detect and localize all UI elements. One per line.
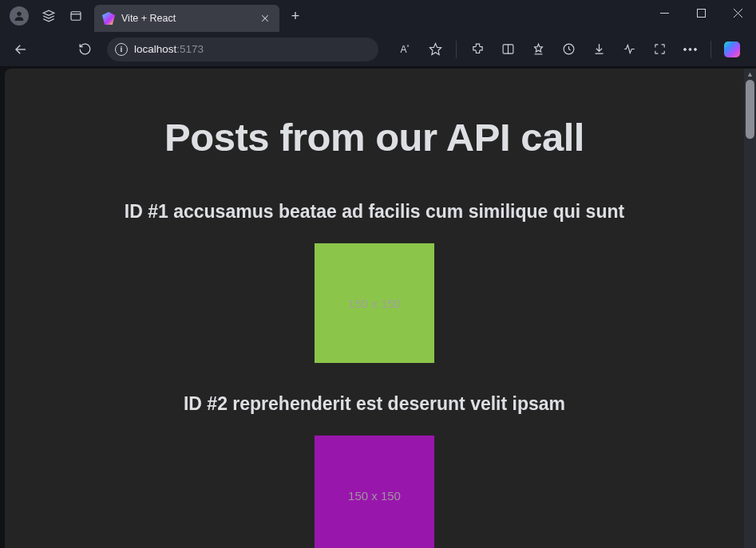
post-heading: ID #2 reprehenderit est deserunt velit i… [5, 393, 744, 415]
toolbar-divider [456, 41, 457, 58]
refresh-button[interactable] [70, 37, 99, 62]
post-heading: ID #1 accusamus beatae ad facilis cum si… [5, 201, 744, 223]
extensions-icon[interactable] [463, 37, 492, 62]
browser-toolbar: i localhost:5173 Aⁿ [0, 32, 756, 67]
tab-title: Vite + React [121, 13, 252, 24]
vertical-scrollbar[interactable]: ▲ [744, 69, 756, 548]
menu-icon[interactable] [675, 37, 704, 62]
url-port: :5173 [176, 43, 204, 55]
window-maximize-button[interactable] [683, 0, 719, 26]
favorites-bar-icon[interactable] [524, 37, 552, 62]
page-viewport: Posts from our API call ID #1 accusamus … [5, 69, 744, 548]
browser-tab[interactable]: Vite + React [94, 5, 279, 32]
back-button[interactable] [6, 37, 35, 62]
split-screen-icon[interactable] [493, 37, 522, 62]
site-info-icon[interactable]: i [115, 43, 128, 56]
downloads-icon[interactable] [584, 37, 613, 62]
profile-avatar[interactable] [10, 6, 29, 26]
scrollbar-thumb[interactable] [746, 80, 754, 139]
favorite-icon[interactable] [421, 37, 449, 62]
url-host: localhost [134, 43, 176, 55]
svg-rect-1 [71, 12, 81, 21]
copilot-icon[interactable] [718, 37, 746, 62]
svg-point-18 [683, 48, 686, 50]
read-aloud-icon[interactable]: Aⁿ [390, 37, 419, 62]
tab-actions-icon[interactable] [69, 9, 83, 23]
scroll-up-arrow[interactable]: ▲ [744, 69, 756, 80]
address-bar[interactable]: i localhost:5173 [107, 37, 378, 61]
toolbar-divider [710, 41, 711, 58]
performance-icon[interactable] [615, 37, 643, 62]
vite-favicon [102, 12, 115, 25]
history-icon[interactable] [554, 37, 583, 62]
forward-button[interactable] [38, 37, 67, 62]
screenshot-icon[interactable] [645, 37, 674, 62]
svg-point-0 [17, 12, 21, 16]
svg-rect-6 [697, 9, 705, 17]
svg-point-19 [689, 48, 691, 50]
window-minimize-button[interactable] [646, 0, 683, 26]
window-titlebar: Vite + React + [0, 0, 756, 32]
window-close-button[interactable] [719, 0, 756, 26]
post-thumbnail: 150 x 150 [315, 243, 434, 363]
tab-close-button[interactable] [259, 12, 271, 25]
svg-point-20 [694, 48, 696, 50]
post-thumbnail: 150 x 150 [315, 436, 434, 548]
new-tab-button[interactable]: + [284, 5, 307, 27]
svg-marker-10 [429, 43, 441, 54]
page-title: Posts from our API call [5, 115, 744, 160]
workspaces-icon[interactable] [42, 9, 56, 23]
svg-marker-13 [534, 44, 542, 52]
